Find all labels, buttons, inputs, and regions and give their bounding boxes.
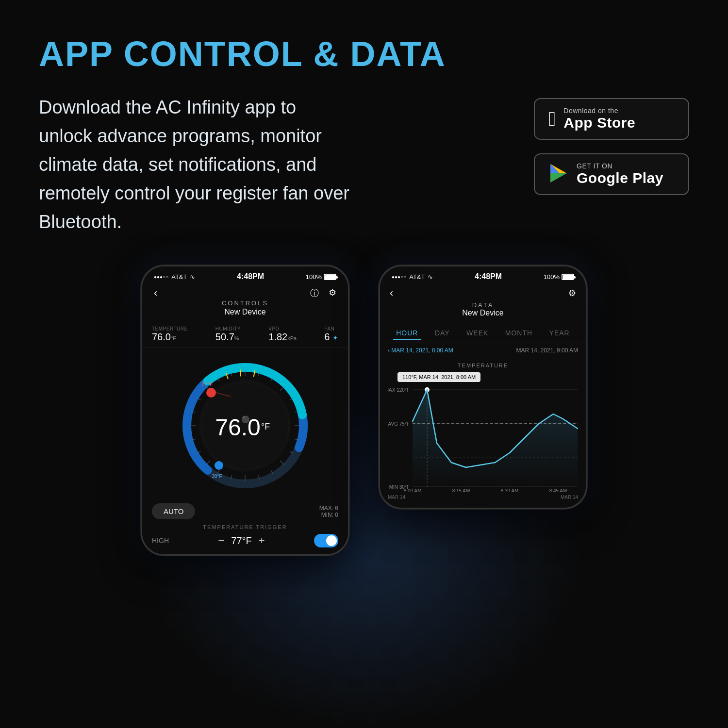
battery-icon xyxy=(324,274,336,280)
stats-row: TEMPERTURE 76.0°F HUMIDITY 50.7% VPD 1.8… xyxy=(142,321,348,348)
google-play-main-label: Google Play xyxy=(577,170,663,186)
svg-text:76.0: 76.0 xyxy=(215,414,260,440)
gear-icon[interactable]: ⚙ xyxy=(568,288,576,298)
fan-stat: FAN 6 ✦ xyxy=(324,326,338,343)
date-nav-back[interactable]: ‹ MAR 14, 2021, 8:00 AM xyxy=(388,347,453,354)
controls-status-right: 100% xyxy=(306,273,336,281)
info-icon[interactable]: ⓘ xyxy=(310,287,319,299)
min-fan: MIN: 0 xyxy=(319,512,338,518)
tab-year[interactable]: YEAR xyxy=(546,327,573,340)
temp-stat: TEMPERTURE 76.0°F xyxy=(152,326,188,343)
svg-line-34 xyxy=(240,370,241,377)
temp-trigger-label: TEMPERATURE TRIGGER xyxy=(152,524,338,530)
controls-nav: ‹ ⓘ ⚙ xyxy=(152,287,338,299)
tab-month[interactable]: MONTH xyxy=(502,327,535,340)
svg-point-38 xyxy=(206,388,216,397)
high-label: HIGH xyxy=(152,537,169,545)
wifi-icon: ∿ xyxy=(190,273,195,281)
vpd-stat: VPD 1.82kPa xyxy=(268,326,297,343)
svg-text:8:30 AM: 8:30 AM xyxy=(501,488,519,492)
high-row: HIGH − 77°F + xyxy=(152,534,338,547)
auto-button[interactable]: AUTO xyxy=(152,503,195,519)
chart-date-start: MAR 14 xyxy=(388,495,405,500)
battery-icon xyxy=(562,274,574,280)
data-status-left: ●●●○○ AT&T ∿ xyxy=(392,273,433,281)
controls-status-bar: ●●●○○ AT&T ∿ 4:48PM 100% xyxy=(142,266,348,284)
wifi-icon: ∿ xyxy=(428,273,433,281)
date-nav: ‹ MAR 14, 2021, 8:00 AM MAR 14, 2021, 9:… xyxy=(380,343,586,358)
data-screen-title: DATA xyxy=(390,301,576,309)
apple-icon:  xyxy=(548,109,556,129)
fan-info: MAX: 6 MIN: 0 xyxy=(319,505,338,518)
svg-text:8:45 AM: 8:45 AM xyxy=(549,488,567,492)
humidity-stat: HUMIDITY 50.7% xyxy=(215,326,241,343)
date-end: MAR 14, 2021, 9:00 AM xyxy=(516,347,578,354)
signal-icon: ●●●○○ xyxy=(154,274,168,280)
svg-text:MAX 120°F: MAX 120°F xyxy=(388,387,410,393)
svg-line-24 xyxy=(206,461,210,465)
nav-icons: ⓘ ⚙ xyxy=(310,287,336,299)
content-row: Download the AC Infinity app to unlock a… xyxy=(39,93,689,236)
svg-text:77°F: 77°F xyxy=(201,381,213,387)
temp-label: TEMPERTURE xyxy=(152,326,188,331)
time-tabs: HOUR DAY WEEK MONTH YEAR xyxy=(380,322,586,343)
data-phone: ●●●○○ AT&T ∿ 4:48PM 100% ‹ ⚙ DATA New De… xyxy=(379,265,587,509)
google-play-sub-label: GET IT ON xyxy=(577,162,663,170)
battery-percent: 100% xyxy=(544,273,560,281)
humidity-value: 50.7% xyxy=(215,331,241,343)
google-play-button[interactable]: GET IT ON Google Play xyxy=(534,153,689,195)
chart-title: TEMPERATURE xyxy=(388,363,578,368)
temp-plus-button[interactable]: + xyxy=(259,534,265,547)
vpd-value: 1.82kPa xyxy=(268,331,297,343)
tab-hour[interactable]: HOUR xyxy=(393,327,421,340)
gauge-area: 77°F 30°F ⚫ 76.0 °F xyxy=(142,348,348,498)
temp-value: 76.0°F xyxy=(152,331,188,343)
controls-status-left: ●●●○○ AT&T ∿ xyxy=(154,273,195,281)
max-fan: MAX: 6 xyxy=(319,505,338,512)
google-play-icon xyxy=(548,163,569,185)
data-device-name: New Device xyxy=(390,309,576,317)
data-status-right: 100% xyxy=(544,273,574,281)
svg-text:8:00 AM: 8:00 AM xyxy=(404,488,422,492)
battery-percent: 100% xyxy=(306,273,322,281)
back-button[interactable]: ‹ xyxy=(154,287,157,299)
store-buttons:  Download on the App Store xyxy=(534,98,689,195)
data-time: 4:48PM xyxy=(475,272,502,281)
app-store-sub-label: Download on the xyxy=(563,107,635,115)
fan-label: FAN xyxy=(324,326,338,331)
app-store-text: Download on the App Store xyxy=(563,107,635,131)
svg-text:AVG 75°F: AVG 75°F xyxy=(388,421,410,427)
app-store-main-label: App Store xyxy=(563,115,635,131)
data-header: ‹ ⚙ DATA New Device xyxy=(380,284,586,322)
temp-minus-button[interactable]: − xyxy=(218,534,224,547)
controls-header: ‹ ⓘ ⚙ CONTROLS New Device xyxy=(142,284,348,321)
chart-bottom-dates: MAR 14 MAR 14 xyxy=(388,495,578,500)
tab-day[interactable]: DAY xyxy=(432,327,453,340)
settings-icon[interactable]: ⚙ xyxy=(329,287,336,299)
google-play-text: GET IT ON Google Play xyxy=(577,162,663,186)
data-status-bar: ●●●○○ AT&T ∿ 4:48PM 100% xyxy=(380,266,586,284)
temp-trigger-toggle[interactable] xyxy=(314,534,338,547)
app-store-button[interactable]:  Download on the App Store xyxy=(534,98,689,140)
controls-screen-title: CONTROLS xyxy=(152,299,338,307)
tab-week[interactable]: WEEK xyxy=(463,327,491,340)
svg-text:30°F: 30°F xyxy=(212,474,222,479)
fan-value: 6 ✦ xyxy=(324,331,338,343)
temp-trigger-value: 77°F xyxy=(231,535,251,546)
svg-line-12 xyxy=(280,387,284,391)
page-container: APP CONTROL & DATA Download the AC Infin… xyxy=(0,0,728,575)
svg-text:8:15 AM: 8:15 AM xyxy=(452,488,470,492)
auto-fan-row: AUTO MAX: 6 MIN: 0 xyxy=(152,503,338,519)
phones-row: ●●●○○ AT&T ∿ 4:48PM 100% ‹ ⓘ ⚙ xyxy=(39,265,689,556)
back-button[interactable]: ‹ xyxy=(390,287,393,299)
controls-time: 4:48PM xyxy=(237,272,264,281)
data-nav: ‹ ⚙ xyxy=(390,287,576,299)
page-title: APP CONTROL & DATA xyxy=(39,34,689,74)
gauge-svg: 77°F 30°F ⚫ 76.0 °F xyxy=(177,358,313,494)
svg-text:°F: °F xyxy=(261,422,270,431)
carrier-label: AT&T xyxy=(409,273,425,281)
svg-line-18 xyxy=(280,461,284,465)
temp-control: − 77°F + xyxy=(218,534,265,547)
phone-bottom: AUTO MAX: 6 MIN: 0 TEMPERATURE TRIGGER H… xyxy=(142,498,348,554)
chart-tooltip: 110°F, MAR 14, 2021, 8:00 AM xyxy=(397,372,480,382)
